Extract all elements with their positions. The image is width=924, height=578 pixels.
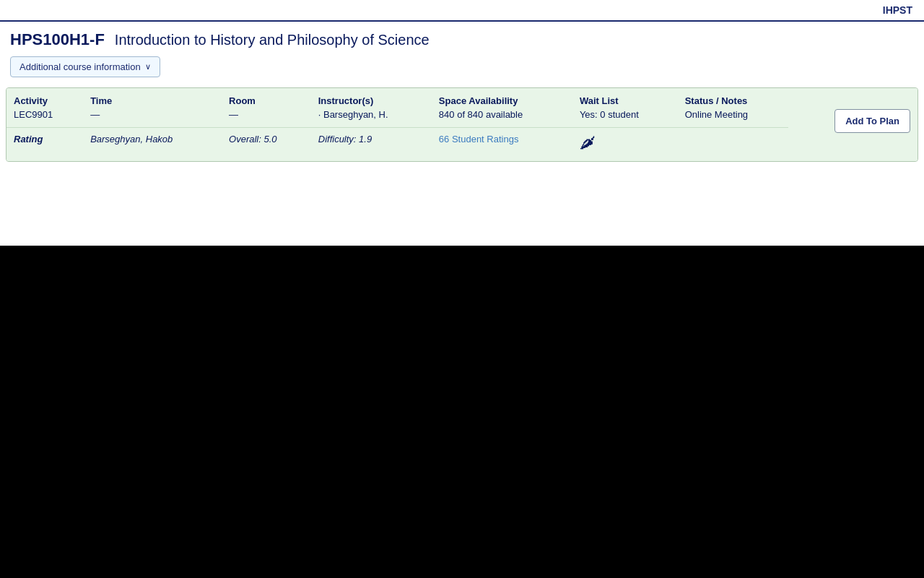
rating-instructor: Barseghyan, Hakob — [90, 134, 173, 144]
rating-instructor-cell: Barseghyan, Hakob — [83, 128, 222, 162]
cell-instructor: · Barseghyan, H. — [311, 108, 432, 128]
top-bar-label: IHPST — [883, 4, 912, 16]
rating-row: Rating Barseghyan, Hakob Overall: 5.0 Di… — [6, 128, 918, 162]
rating-overall: Overall: 5.0 — [229, 134, 276, 144]
add-to-plan-cell: Add To Plan — [788, 108, 918, 161]
rating-label-cell: Rating — [6, 128, 83, 162]
cell-waitlist: Yes: 0 student — [572, 108, 678, 128]
cell-status: Online Meeting — [678, 108, 789, 128]
cell-time: — — [83, 108, 222, 128]
course-code: HPS100H1-F — [10, 30, 105, 49]
rating-difficulty-cell: Difficulty: 1.9 — [311, 128, 432, 162]
course-title: Introduction to History and Philosophy o… — [115, 32, 430, 48]
additional-info-label: Additional course information — [19, 61, 141, 72]
course-table: Activity Time Room Instructor(s) Space A… — [6, 88, 918, 161]
cell-space: 840 of 840 available — [432, 108, 572, 128]
rating-overall-cell: Overall: 5.0 — [222, 128, 311, 162]
chili-cell: 🌶 — [572, 128, 678, 162]
cell-room: — — [222, 108, 311, 128]
col-header-space: Space Availability — [432, 88, 572, 108]
col-header-activity: Activity — [6, 88, 83, 108]
table-row: LEC9901 — — · Barseghyan, H. 840 of 840 … — [6, 108, 918, 128]
top-bar: IHPST — [0, 0, 924, 22]
rating-difficulty: Difficulty: 1.9 — [318, 134, 372, 144]
additional-course-info-button[interactable]: Additional course information ∨ — [10, 56, 160, 77]
rating-link-cell: 66 Student Ratings — [432, 128, 572, 162]
rating-label: Rating — [14, 134, 43, 144]
chevron-down-icon: ∨ — [145, 62, 151, 72]
col-header-instructors: Instructor(s) — [311, 88, 432, 108]
table-header-row: Activity Time Room Instructor(s) Space A… — [6, 88, 918, 108]
course-table-container: Activity Time Room Instructor(s) Space A… — [6, 87, 918, 162]
cell-activity: LEC9901 — [6, 108, 83, 128]
course-header: HPS100H1-F Introduction to History and P… — [0, 22, 924, 49]
rating-empty-cell — [678, 128, 789, 162]
col-header-room: Room — [222, 88, 311, 108]
add-to-plan-button[interactable]: Add To Plan — [834, 109, 910, 133]
col-header-status: Status / Notes — [678, 88, 789, 108]
student-ratings-link[interactable]: 66 Student Ratings — [439, 134, 519, 144]
col-header-waitlist: Wait List — [572, 88, 678, 108]
col-header-time: Time — [83, 88, 222, 108]
chili-pepper-icon: 🌶 — [580, 134, 596, 152]
